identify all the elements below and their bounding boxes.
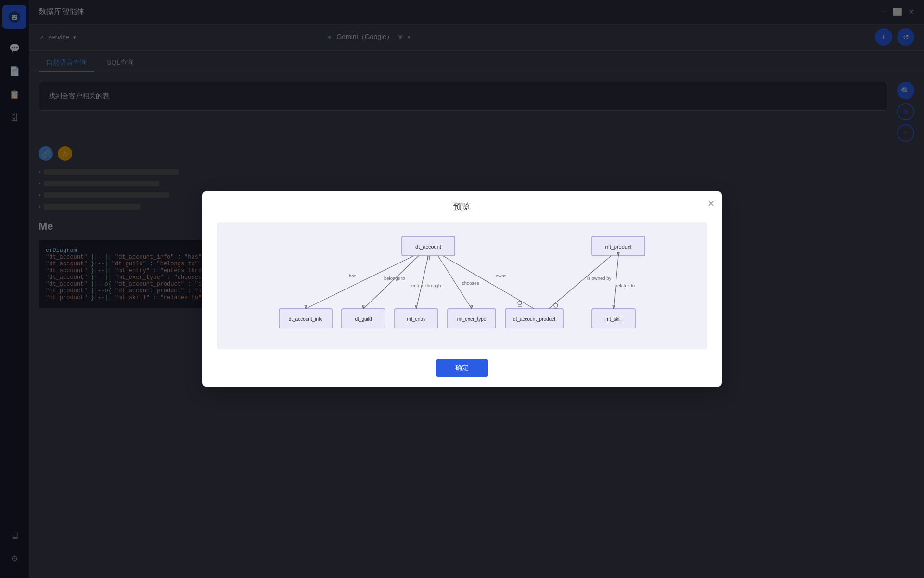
entity-dt-guild-label: dt_guild	[355, 316, 372, 322]
cf6-circle	[554, 303, 558, 307]
entity-dt-account-info-label: dt_account_info	[289, 316, 323, 322]
modal-close-button[interactable]: ✕	[707, 198, 715, 209]
er-diagram-svg: dt_account mt_product dt_account_info dt…	[226, 232, 698, 338]
label-is-owned-by: is owned by	[587, 276, 611, 281]
entity-mt-skill-label: mt_skill	[605, 316, 621, 322]
entity-mt-product-label: mt_product	[605, 244, 631, 250]
entity-mt-exer-type-label: mt_exer_type	[457, 316, 487, 322]
line-dt-account-to-dt-account-product	[443, 256, 534, 309]
entity-mt-entry-label: mt_entry	[407, 316, 426, 322]
line-mt-product-to-mt-skill	[614, 256, 618, 309]
label-belongs-to: belongs to	[384, 276, 405, 281]
entity-dt-account-label: dt_account	[415, 244, 441, 250]
label-relates-to: relates to	[616, 283, 635, 288]
cf5-circle	[518, 301, 522, 305]
modal-confirm-button[interactable]: 确定	[436, 359, 488, 377]
modal-overlay: 预览 ✕ dt_account mt_product dt_account_in…	[0, 0, 924, 578]
label-has: has	[349, 273, 357, 278]
label-owns: owns	[496, 273, 506, 278]
line-dt-account-to-dt-account-info	[306, 256, 414, 309]
line-dt-account-to-dt-guild	[363, 256, 419, 309]
label-chooses: chooses	[462, 280, 479, 286]
line-dt-account-to-mt-entry	[416, 256, 428, 309]
entity-dt-account-product-label: dt_account_product	[513, 316, 555, 322]
modal: 预览 ✕ dt_account mt_product dt_account_in…	[202, 191, 722, 387]
modal-title: 预览	[217, 201, 707, 212]
er-diagram-container: dt_account mt_product dt_account_info dt…	[217, 222, 707, 349]
label-enters-through: enters through	[411, 283, 441, 288]
line-mt-product-to-dt-account-product	[549, 256, 611, 309]
